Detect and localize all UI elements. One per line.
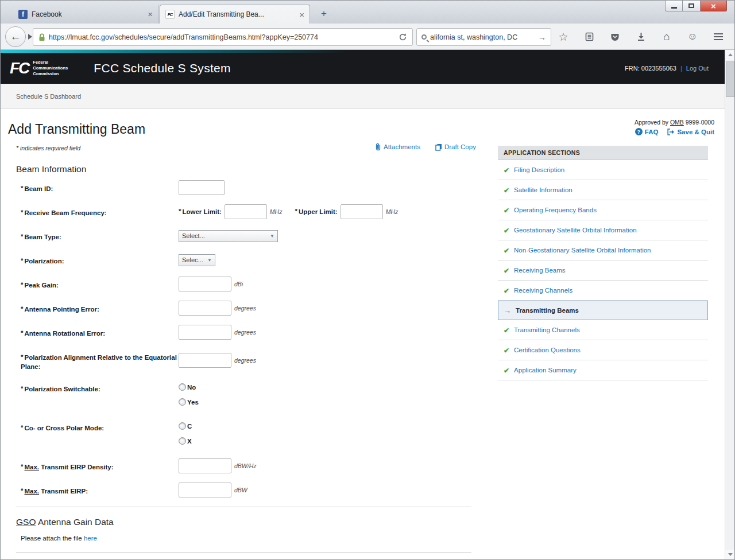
gso-antenna-gain-heading: GSO Antenna Gain Data: [16, 517, 480, 527]
check-icon: [504, 245, 509, 255]
scroll-down-button[interactable]: [725, 550, 735, 559]
fcc-favicon-icon: [165, 10, 175, 19]
max-abbr: Max.: [24, 464, 39, 470]
facebook-favicon-icon: [18, 10, 28, 19]
switchable-no-option[interactable]: No: [179, 383, 199, 391]
sidebar-item-geostationary-orbital-info[interactable]: Geostationary Satellite Orbital Informat…: [498, 220, 708, 240]
attach-file-text: Please attach the file: [21, 535, 84, 542]
sidebar-item-receiving-beams[interactable]: Receiving Beams: [498, 260, 708, 281]
max-eirp-density-label: *Max. Transmit EIRP Density:: [21, 458, 179, 473]
peak-gain-input[interactable]: [179, 277, 231, 291]
polarization-select[interactable]: Selec...: [179, 254, 215, 266]
lock-icon[interactable]: [38, 33, 45, 41]
antenna-rotational-error-row: *Antenna Rotational Error: degrees: [21, 325, 480, 340]
required-star: *: [21, 329, 23, 336]
url-input[interactable]: [45, 33, 399, 41]
tab-close-icon[interactable]: [148, 10, 153, 18]
switchable-yes-option[interactable]: Yes: [179, 398, 199, 406]
chevron-down-icon: [266, 234, 274, 239]
peak-gain-label: *Peak Gain:: [21, 277, 179, 291]
bookmarks-list-icon[interactable]: [583, 31, 595, 42]
pocket-icon[interactable]: [609, 31, 621, 42]
radio-button-icon[interactable]: [179, 437, 186, 445]
sidebar-item-operating-frequency-bands[interactable]: Operating Frequency Bands: [498, 200, 708, 220]
lower-limit-input[interactable]: [225, 204, 267, 219]
faq-link[interactable]: FAQ: [635, 128, 659, 135]
scroll-up-button[interactable]: [725, 50, 735, 60]
navigation-toolbar: [1, 24, 734, 50]
polarization-row: *Polarization: Selec...: [21, 252, 480, 267]
pointing-error-unit: degrees: [234, 305, 256, 312]
exit-icon: [667, 129, 675, 135]
check-icon: [504, 165, 509, 175]
sidebar-item-certification-questions[interactable]: Certification Questions: [498, 340, 708, 360]
search-icon: [421, 34, 427, 40]
polar-mode-c-option[interactable]: C: [179, 422, 192, 430]
check-icon: [504, 325, 509, 335]
breadcrumb-dashboard-link[interactable]: Schedule S Dashboard: [16, 93, 81, 100]
maximize-button[interactable]: [683, 1, 701, 11]
check-icon: [504, 205, 509, 215]
sidebar-item-filing-description[interactable]: Filing Description: [498, 160, 708, 180]
sidebar-item-transmitting-channels[interactable]: Transmitting Channels: [498, 320, 708, 340]
application-sections-header: APPLICATION SECTIONS: [498, 146, 708, 160]
download-icon[interactable]: [635, 31, 647, 42]
required-star: *: [179, 208, 181, 215]
max-eirp-input[interactable]: [179, 483, 231, 497]
required-star: *: [21, 257, 23, 264]
antenna-pointing-error-input[interactable]: [179, 301, 231, 316]
check-icon: [504, 345, 509, 355]
attach-here-link[interactable]: here: [84, 535, 97, 542]
sidebar-item-transmitting-beams[interactable]: Transmitting Beams: [498, 301, 708, 320]
sidebar-item-satellite-information[interactable]: Satellite Information: [498, 180, 708, 200]
scrollbar-thumb[interactable]: [726, 61, 734, 97]
peak-gain-row: *Peak Gain: dBi: [21, 277, 480, 291]
question-icon: [635, 128, 643, 135]
search-go-icon[interactable]: [538, 33, 546, 42]
current-arrow-icon: [504, 305, 511, 316]
search-input[interactable]: [427, 33, 538, 41]
reload-icon[interactable]: [399, 33, 407, 41]
vertical-scrollbar[interactable]: [725, 50, 734, 559]
logout-link[interactable]: Log Out: [686, 65, 709, 72]
sidebar-item-application-summary[interactable]: Application Summary: [498, 360, 708, 380]
url-bar[interactable]: [33, 28, 413, 46]
close-window-button[interactable]: [701, 1, 727, 11]
antenna-rotational-error-input[interactable]: [179, 325, 231, 340]
menu-hamburger-icon[interactable]: [713, 31, 724, 42]
breadcrumb: Schedule S Dashboard: [1, 84, 725, 109]
sidebar-item-non-geostationary-orbital-info[interactable]: Non-Geostationary Satellite Orbital Info…: [498, 240, 708, 260]
home-icon[interactable]: [661, 31, 672, 42]
search-bar[interactable]: [416, 28, 551, 46]
co-cross-polar-row: *Co- or Cross Polar Mode: C X: [21, 419, 480, 445]
radio-button-icon[interactable]: [179, 422, 186, 430]
sidebar-item-receiving-channels[interactable]: Receiving Channels: [498, 281, 708, 301]
tab-close-icon[interactable]: [299, 10, 304, 19]
back-button[interactable]: [5, 26, 26, 47]
upper-limit-input[interactable]: [341, 204, 383, 219]
polarization-alignment-input[interactable]: [179, 353, 231, 368]
minimize-button[interactable]: [665, 1, 683, 11]
polarization-switchable-row: *Polarization Switchable: No Yes: [21, 380, 480, 406]
beam-id-input[interactable]: [179, 180, 225, 195]
save-quit-link[interactable]: Save & Quit: [667, 128, 714, 135]
beam-type-select[interactable]: Select...: [179, 230, 278, 242]
radio-button-icon[interactable]: [179, 398, 186, 406]
forward-button[interactable]: [28, 34, 32, 40]
new-tab-button[interactable]: [316, 7, 331, 21]
document-links: Attachments Draft Copy: [375, 143, 476, 151]
max-eirp-row: *Max. Transmit EIRP: dBW: [21, 483, 480, 497]
polar-mode-x-option[interactable]: X: [179, 437, 192, 445]
attachments-link[interactable]: Attachments: [375, 143, 420, 151]
max-eirp-density-input[interactable]: [179, 458, 231, 473]
required-star: *: [21, 424, 23, 431]
required-star: *: [21, 353, 23, 360]
bookmark-star-icon[interactable]: [558, 31, 569, 42]
tab-add-edit-transmitting-beams[interactable]: Add/Edit Transmitting Bea...: [160, 5, 310, 24]
radio-button-icon[interactable]: [179, 383, 186, 391]
site-header: Federal Communications Commission FCC Sc…: [1, 53, 725, 84]
tab-facebook[interactable]: Facebook: [13, 5, 158, 24]
smiley-icon[interactable]: [687, 31, 698, 42]
draft-copy-link[interactable]: Draft Copy: [435, 143, 476, 151]
fcc-logo-mark-icon: [10, 59, 29, 77]
